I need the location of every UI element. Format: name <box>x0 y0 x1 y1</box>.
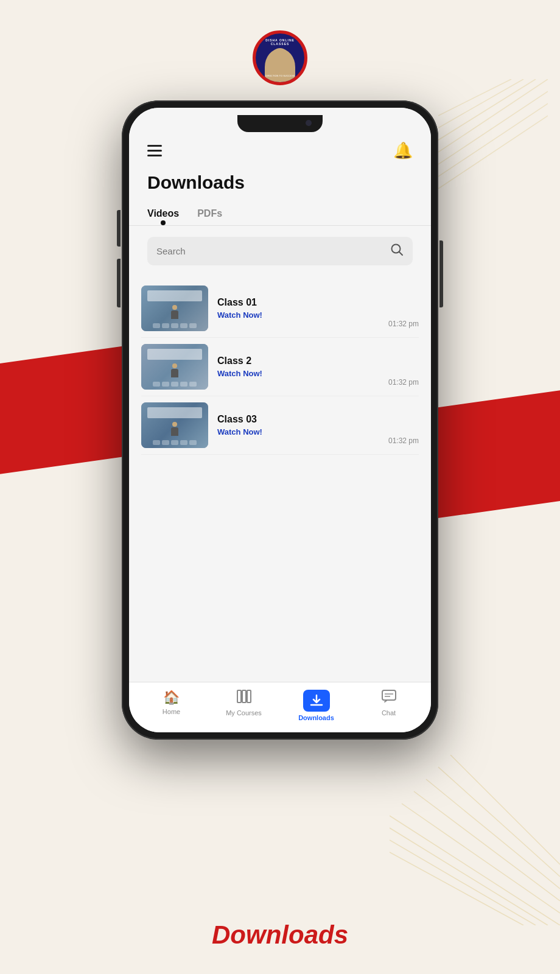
video-time-1: 01:32 pm <box>388 320 419 328</box>
tabs-section: Videos PDFs <box>129 202 431 226</box>
video-title-2: Class 2 <box>217 356 379 366</box>
video-item-3[interactable]: Class 03 Watch Now! 01:32 pm <box>141 396 419 455</box>
camera-dot <box>306 120 312 126</box>
svg-line-15 <box>438 79 511 116</box>
search-section <box>129 226 431 276</box>
classroom-scene-2 <box>141 344 208 390</box>
hamburger-line-2 <box>147 150 162 152</box>
tab-pdfs-label: PDFs <box>197 208 222 219</box>
nav-downloads[interactable]: Downloads <box>280 690 352 721</box>
svg-line-7 <box>390 840 536 925</box>
bell-icon[interactable]: 🔔 <box>393 141 413 160</box>
svg-line-10 <box>438 91 548 164</box>
phone-vol-up <box>117 210 121 247</box>
video-title-3: Class 03 <box>217 414 379 425</box>
phone-frame: 🔔 Downloads Videos PDFs <box>122 100 438 740</box>
watch-now-1[interactable]: Watch Now! <box>217 310 379 320</box>
classroom-scene-3 <box>141 402 208 448</box>
gold-lines-br <box>390 755 560 925</box>
svg-line-5 <box>450 755 560 864</box>
nav-my-courses[interactable]: My Courses <box>208 690 280 721</box>
svg-line-9 <box>438 79 548 152</box>
downloads-icon-box <box>303 690 330 712</box>
video-thumbnail-1 <box>141 286 208 331</box>
svg-line-4 <box>438 767 560 877</box>
logo-text-top: DISHA ONLINE CLASSES <box>256 38 304 46</box>
svg-rect-21 <box>382 690 396 700</box>
logo-text-bottom: DIRECTION TO SUCCESS <box>256 74 304 77</box>
home-icon: 🏠 <box>163 690 180 706</box>
courses-icon <box>237 690 251 707</box>
hamburger-line-3 <box>147 155 162 156</box>
video-thumbnail-2 <box>141 344 208 390</box>
search-icon <box>390 243 404 259</box>
video-info-1: Class 01 Watch Now! <box>217 297 379 320</box>
tabs-row: Videos PDFs <box>147 208 413 225</box>
svg-line-12 <box>438 116 548 189</box>
video-item-1[interactable]: Class 01 Watch Now! 01:32 pm <box>141 279 419 338</box>
tab-pdfs[interactable]: PDFs <box>197 208 222 225</box>
video-time-3: 01:32 pm <box>388 436 419 445</box>
svg-line-6 <box>390 828 548 925</box>
svg-rect-18 <box>237 690 241 702</box>
bottom-nav: 🏠 Home My Courses <box>129 682 431 732</box>
video-info-3: Class 03 Watch Now! <box>217 414 379 436</box>
svg-line-17 <box>399 252 403 256</box>
video-item-2[interactable]: Class 2 Watch Now! 01:32 pm <box>141 338 419 396</box>
nav-chat[interactable]: Chat <box>352 690 425 721</box>
svg-rect-19 <box>242 690 246 702</box>
video-thumbnail-3 <box>141 402 208 448</box>
hamburger-menu[interactable] <box>147 145 162 156</box>
chat-icon <box>382 690 396 707</box>
video-info-2: Class 2 Watch Now! <box>217 356 379 378</box>
nav-chat-label: Chat <box>382 709 396 716</box>
page-title-section: Downloads <box>129 169 431 202</box>
phone-notch <box>237 115 323 132</box>
nav-home[interactable]: 🏠 Home <box>135 690 208 721</box>
phone-power <box>439 240 443 307</box>
search-box[interactable] <box>147 237 413 265</box>
svg-line-2 <box>414 791 560 901</box>
svg-line-0 <box>390 816 560 925</box>
tab-videos[interactable]: Videos <box>147 208 179 225</box>
phone-vol-down <box>117 259 121 307</box>
watch-now-3[interactable]: Watch Now! <box>217 427 379 436</box>
search-input[interactable] <box>156 246 384 256</box>
tab-videos-label: Videos <box>147 208 179 219</box>
page-title: Downloads <box>147 172 413 193</box>
svg-rect-20 <box>247 690 251 702</box>
video-title-1: Class 01 <box>217 297 379 308</box>
svg-line-1 <box>402 804 560 913</box>
tab-active-indicator <box>161 220 166 225</box>
bottom-page-title: Downloads <box>212 920 348 950</box>
phone-screen: 🔔 Downloads Videos PDFs <box>129 108 431 732</box>
nav-courses-label: My Courses <box>226 709 262 716</box>
watch-now-2[interactable]: Watch Now! <box>217 369 379 378</box>
classroom-scene-1 <box>141 286 208 331</box>
app-logo: DISHA ONLINE CLASSES DIRECTION TO SUCCES… <box>253 30 307 85</box>
gold-lines-tr <box>438 79 548 189</box>
nav-downloads-label: Downloads <box>298 714 334 721</box>
video-list: Class 01 Watch Now! 01:32 pm <box>129 276 431 682</box>
video-time-2: 01:32 pm <box>388 378 419 387</box>
nav-home-label: Home <box>163 708 180 715</box>
svg-line-11 <box>438 103 548 177</box>
hamburger-line-1 <box>147 145 162 147</box>
